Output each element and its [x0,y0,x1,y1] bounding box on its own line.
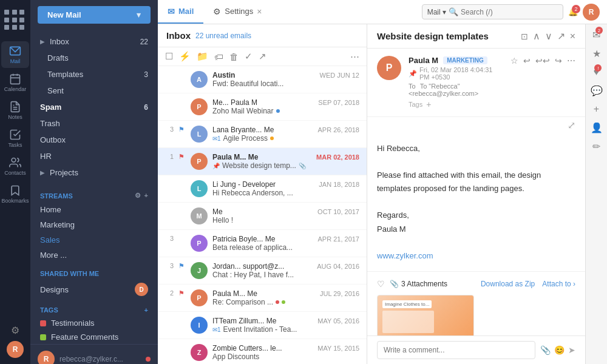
sidebar-item-tasks[interactable]: Tasks [1,125,29,152]
popout-icon[interactable]: ↗ [557,30,565,42]
email-row[interactable]: 3 ⚑ J Jordan... support@z... AUG 04, 201… [158,257,367,285]
heart-icon[interactable]: ♡ [377,279,385,289]
more-icon[interactable]: ⋯ [350,51,359,62]
streams-add-icon[interactable]: + [144,192,148,200]
more-icon-small[interactable]: ⋯ [567,56,575,66]
sidebar-item-calendar[interactable]: Calendar [1,69,29,96]
streams-filter-icon[interactable]: ⚙ [135,192,141,200]
nav-item-projects[interactable]: ▶ Projects [30,164,158,181]
email-row[interactable]: Z Zombie Cutters... le... MAY 15, 2015 A… [158,339,367,364]
right-bar-person-icon[interactable]: 👤 [591,122,603,133]
stream-sales[interactable]: Sales [30,232,158,248]
new-mail-button[interactable]: New Mail ▾ [38,6,151,24]
delete-icon[interactable]: 🗑 [229,52,239,62]
tag-testimonials-label: Testimonials [51,318,95,328]
expand-body-icon[interactable]: ⤢ [568,120,575,131]
expand-button-area: ⤢ [367,117,585,133]
nav-drafts-label: Drafts [47,53,69,62]
flag-icon: ⚑ [178,262,186,270]
nav-item-sent[interactable]: Sent [30,83,158,99]
email-row[interactable]: P Me... Paula M SEP 07, 2018 Zoho Mail W… [158,93,367,121]
tab-settings[interactable]: ⚙ Settings × [203,0,271,24]
email-row[interactable]: 3 P Patricia Boyle... Me APR 21, 2017 Be… [158,230,367,257]
reply-all-icon-small[interactable]: ↩↩ [535,56,550,66]
expand-icon[interactable]: ⊡ [521,32,528,41]
nav-item-drafts[interactable]: Drafts [30,50,158,66]
comment-input[interactable] [377,341,535,359]
nav-item-trash[interactable]: Trash [30,115,158,132]
prev-icon[interactable]: ∧ [533,30,540,42]
stream-marketing[interactable]: Marketing [30,217,158,232]
sidebar-item-bookmarks[interactable]: Bookmarks [1,181,29,207]
settings-icon[interactable]: ⚙ [11,325,19,336]
tab-mail[interactable]: ✉ Mail [158,0,203,24]
nav-item-templates[interactable]: Templates 3 [30,66,158,83]
download-zip-link[interactable]: Download as Zip [481,280,535,288]
emoji-comment-icon[interactable]: 😊 [554,345,565,355]
sidebar-item-notes[interactable]: Notes [1,97,29,124]
regards: Regards, [377,209,575,222]
email-row-selected[interactable]: 1 ⚑ P Paula M... Me MAR 02, 2018 📌 Websi… [158,148,367,175]
nav-item-hr[interactable]: HR [30,148,158,164]
shared-designs[interactable]: Designs D [30,280,158,299]
flag-icon-red: ⚑ [178,289,186,297]
right-sidebar: ✉ 2 ★ ♥ ! 💬 + 👤 ✏ [585,24,607,364]
select-all-checkbox[interactable]: ☐ [165,51,173,62]
comment-icons: 📎 😊 ➤ [540,345,575,355]
right-bar-star-icon[interactable]: ★ [592,48,601,59]
unread-label[interactable]: 22 unread emails [195,32,251,40]
right-bar-pencil-icon[interactable]: ✏ [592,141,600,152]
tag-feature-comments[interactable]: Feature Comments [30,330,158,344]
tags-add-icon[interactable]: + [144,306,148,314]
tag-add-icon[interactable]: + [426,99,431,109]
mark-icon[interactable]: ✓ [245,51,253,62]
user-avatar-small[interactable]: R [7,341,24,358]
search-scope[interactable]: Mail ▾ [427,8,446,16]
right-bar-chat-icon[interactable]: 💬 [591,85,603,96]
nav-projects-label: Projects [50,168,78,177]
topbar-avatar[interactable]: R [583,4,600,21]
star-icon[interactable]: ☆ [510,56,518,66]
forward-icon-small[interactable]: ↪ [555,56,562,66]
right-bar-mail-icon[interactable]: ✉ 2 [592,29,600,41]
filter-icon[interactable]: ⚡ [179,51,191,62]
attachment-icon: 📎 [299,163,306,169]
avatar: L [191,180,208,197]
avatar: Z [191,344,208,361]
sidebar-item-contacts[interactable]: Contacts [1,153,29,180]
email-row[interactable]: L Li Jung - Developer JAN 18, 2018 Hi Re… [158,175,367,203]
notification-icon[interactable]: 🔔 2 [568,7,578,16]
move-icon[interactable]: 📁 [197,51,208,62]
tag-feature-comments-label: Feature Comments [51,332,118,342]
search-input[interactable] [461,8,558,16]
tag-testimonials[interactable]: Testimonials [30,316,158,330]
nav-item-inbox[interactable]: ▶ Inbox 22 [30,33,158,50]
right-bar-heart-icon[interactable]: ♥ ! [594,67,600,78]
website-link[interactable]: www.zylker.com [377,249,575,263]
email-row[interactable]: I ITTeam Zillum... Me MAY 05, 2016 ✉1 Ev… [158,312,367,339]
email-row[interactable]: A Austin WED JUN 12 Fwd: Beautiful locat… [158,66,367,93]
right-bar-add-icon[interactable]: + [594,104,599,115]
nav-item-outbox[interactable]: Outbox [30,132,158,148]
nav-item-spam[interactable]: Spam 6 [30,99,158,115]
forward-icon[interactable]: ↗ [259,51,266,62]
reply-icon-small[interactable]: ↩ [523,56,531,66]
attachment-card-1[interactable]: Imagine Clothes to... Creative 1.png 20.… [377,295,474,335]
attach-to-link[interactable]: Attach to › [542,280,575,288]
email-row[interactable]: 2 ⚑ P Paula M... Me JUL 29, 2016 Re: Com… [158,285,367,312]
stream-home[interactable]: Home [30,202,158,217]
send-comment-icon[interactable]: ➤ [568,345,575,355]
label-icon[interactable]: 🏷 [214,52,223,62]
attach-comment-icon[interactable]: 📎 [540,345,551,355]
settings-tab-close[interactable]: × [257,7,262,16]
sidebar-item-mail[interactable]: Mail [1,41,29,68]
sidebar-header: New Mail ▾ [30,0,158,30]
stream-more[interactable]: More ... [30,248,158,263]
email-panel: Inbox 22 unread emails ☐ ⚡ 📁 🏷 🗑 ✓ ↗ ⋯ A [158,24,367,364]
nav-spam-label: Spam [40,103,61,112]
email-row[interactable]: 3 ⚑ L Lana Bryante... Me APR 26, 2018 ✉1… [158,121,367,148]
next-icon[interactable]: ∨ [545,30,552,42]
close-email-icon[interactable]: × [570,31,575,42]
sidebar-item-apps[interactable] [1,6,29,40]
email-row[interactable]: M Me OCT 10, 2017 Hello ! [158,203,367,230]
